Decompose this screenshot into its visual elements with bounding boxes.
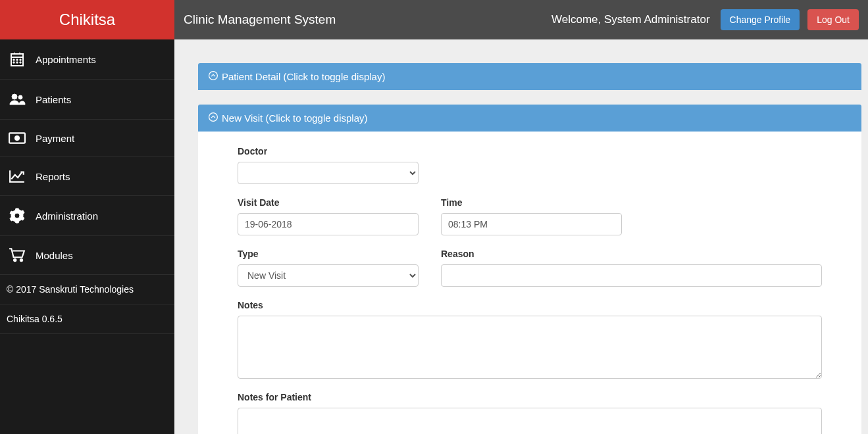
cart-icon — [8, 248, 26, 262]
reason-input[interactable] — [441, 264, 822, 287]
type-label: Type — [238, 249, 419, 259]
panel-new-visit: New Visit (Click to toggle display) Doct… — [198, 105, 861, 434]
change-profile-button[interactable]: Change Profile — [721, 9, 800, 30]
sidebar-version: Chikitsa 0.6.5 — [0, 304, 174, 334]
doctor-label: Doctor — [238, 146, 419, 157]
page-title: Clinic Management System — [184, 12, 336, 27]
users-icon — [8, 91, 26, 107]
svg-point-4 — [14, 258, 16, 261]
panel-heading-text: Patient Detail (Click to toggle display) — [222, 71, 385, 82]
svg-point-5 — [20, 258, 22, 261]
sidebar-item-label: Administration — [36, 210, 98, 222]
calendar-icon — [8, 51, 26, 67]
sidebar-item-appointments[interactable]: Appointments — [0, 39, 174, 80]
arrow-circle-up-icon — [209, 71, 218, 82]
panel-patient-detail: Patient Detail (Click to toggle display) — [198, 63, 861, 90]
sidebar-item-label: Reports — [36, 171, 70, 182]
type-select[interactable]: New Visit — [238, 264, 419, 287]
notes-patient-label: Notes for Patient — [238, 392, 822, 402]
sidebar-item-payment[interactable]: Payment — [0, 120, 174, 157]
sidebar-item-reports[interactable]: Reports — [0, 157, 174, 196]
sidebar-nav: Appointments Patients Payment Reports — [0, 39, 174, 275]
brand-title: Chikitsa — [0, 0, 174, 39]
panel-heading-text: New Visit (Click to toggle display) — [222, 112, 367, 124]
time-label: Time — [441, 197, 622, 208]
svg-point-6 — [209, 72, 218, 80]
welcome-text: Welcome, System Administrator — [551, 13, 710, 26]
notes-label: Notes — [238, 300, 822, 310]
money-icon — [8, 132, 26, 145]
sidebar-item-label: Payment — [36, 133, 74, 144]
visit-date-input[interactable] — [238, 213, 419, 235]
sidebar-item-label: Patients — [36, 94, 71, 105]
sidebar-item-label: Modules — [36, 250, 73, 261]
time-input[interactable] — [441, 213, 622, 235]
visit-date-label: Visit Date — [238, 197, 419, 208]
notes-textarea[interactable] — [238, 316, 822, 379]
reason-label: Reason — [441, 249, 822, 259]
svg-point-7 — [209, 113, 218, 122]
sidebar-item-modules[interactable]: Modules — [0, 236, 174, 275]
doctor-select[interactable] — [238, 162, 419, 184]
chart-line-icon — [8, 169, 26, 183]
topbar: Clinic Management System Welcome, System… — [174, 0, 868, 39]
sidebar-copyright: © 2017 Sanskruti Technologies — [0, 275, 174, 304]
sidebar-item-administration[interactable]: Administration — [0, 196, 174, 236]
sidebar-item-patients[interactable]: Patients — [0, 80, 174, 120]
svg-point-1 — [18, 95, 22, 99]
notes-patient-textarea[interactable] — [238, 408, 822, 434]
arrow-circle-up-icon — [209, 112, 218, 124]
logout-button[interactable]: Log Out — [807, 9, 859, 30]
content-area: Patient Detail (Click to toggle display)… — [174, 39, 868, 434]
panel-new-visit-heading[interactable]: New Visit (Click to toggle display) — [198, 105, 861, 132]
panel-patient-detail-heading[interactable]: Patient Detail (Click to toggle display) — [198, 63, 861, 90]
svg-point-0 — [12, 94, 17, 99]
sidebar-item-label: Appointments — [36, 54, 96, 65]
sidebar: Chikitsa Appointments Patients Payment — [0, 0, 174, 434]
gear-icon — [8, 208, 26, 224]
svg-point-3 — [15, 136, 20, 141]
